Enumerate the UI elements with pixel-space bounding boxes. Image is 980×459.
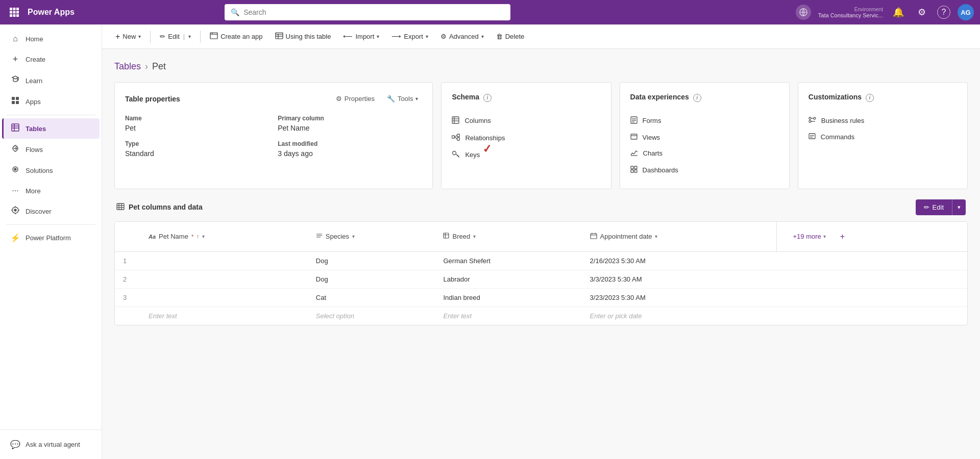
data-exp-views-link[interactable]: Views bbox=[630, 130, 779, 145]
environment-info[interactable]: Environment Tata Consultancy Servic... bbox=[818, 7, 883, 18]
sidebar-item-solutions[interactable]: Solutions bbox=[2, 160, 100, 181]
tools-button[interactable]: 🔧 Tools ▾ bbox=[383, 93, 422, 105]
environment-icon bbox=[796, 5, 811, 20]
row-number-1: 1 bbox=[115, 251, 140, 270]
schema-keys-link[interactable]: Keys ✓ bbox=[452, 146, 600, 163]
row-1-appointment-date: 2/16/2023 5:30 AM bbox=[582, 251, 776, 270]
prop-name: Name Pet bbox=[125, 115, 270, 132]
learn-icon bbox=[10, 75, 20, 86]
create-app-icon bbox=[210, 32, 218, 41]
add-column-button[interactable]: + bbox=[834, 227, 851, 246]
sidebar-item-more[interactable]: ··· More bbox=[2, 181, 100, 200]
create-app-button[interactable]: Create an app bbox=[205, 29, 267, 44]
schema-info-icon[interactable]: i bbox=[483, 94, 492, 102]
sidebar-item-power-platform[interactable]: ⚡ Power Platform bbox=[2, 228, 100, 248]
customizations-info-icon[interactable]: i bbox=[866, 94, 874, 102]
section-title: Pet columns and data bbox=[116, 203, 203, 212]
sidebar-item-home[interactable]: ⌂ Home bbox=[2, 29, 100, 48]
schema-columns-link[interactable]: Columns bbox=[452, 112, 600, 130]
waffle-menu-icon[interactable] bbox=[6, 4, 22, 20]
help-button[interactable]: ? bbox=[937, 6, 950, 19]
sidebar-item-discover[interactable]: Discover bbox=[2, 201, 100, 221]
advanced-button[interactable]: ⚙ Advanced ▾ bbox=[435, 30, 489, 43]
species-column-header[interactable]: Species ▾ bbox=[308, 222, 435, 252]
last-modified-value: 3 days ago bbox=[278, 149, 422, 158]
schema-title: Schema i bbox=[452, 93, 492, 102]
sidebar-item-create[interactable]: + Create bbox=[2, 49, 100, 70]
edit-button[interactable]: ✏ Edit | ▾ bbox=[155, 30, 196, 43]
prop-primary-column: Primary column Pet Name bbox=[278, 115, 422, 132]
search-bar[interactable]: 🔍 bbox=[225, 4, 510, 20]
environment-name: Tata Consultancy Servic... bbox=[818, 12, 883, 18]
sidebar-item-flows[interactable]: Flows bbox=[2, 139, 100, 160]
card-header-table-props: Table properties ⚙ Properties 🔧 Tools ▾ bbox=[125, 93, 422, 105]
svg-line-44 bbox=[457, 155, 458, 156]
settings-button[interactable]: ⚙ bbox=[914, 4, 930, 20]
pet-name-col-icon: Aa bbox=[149, 234, 156, 240]
data-exp-charts-link[interactable]: Charts bbox=[630, 145, 779, 162]
business-rules-icon bbox=[808, 116, 816, 125]
svg-rect-39 bbox=[452, 136, 455, 138]
row-2-appointment-date: 3/3/2023 5:30 AM bbox=[582, 270, 776, 288]
sidebar-label-more: More bbox=[26, 187, 41, 195]
new-row-species[interactable]: Select option bbox=[308, 307, 435, 325]
dashboards-icon bbox=[630, 166, 638, 174]
topbar-right: Environment Tata Consultancy Servic... 🔔… bbox=[796, 4, 974, 20]
customizations-business-rules-link[interactable]: Business rules bbox=[808, 112, 957, 129]
data-exp-info-icon[interactable]: i bbox=[693, 94, 701, 102]
new-chevron-icon: ▾ bbox=[138, 34, 141, 39]
user-avatar[interactable]: AG bbox=[958, 4, 974, 20]
sidebar-item-learn[interactable]: Learn bbox=[2, 70, 100, 91]
svg-point-60 bbox=[809, 120, 811, 122]
prop-type: Type Standard bbox=[125, 140, 270, 158]
delete-button[interactable]: 🗑 Delete bbox=[491, 30, 530, 43]
svg-rect-13 bbox=[16, 97, 19, 100]
export-button[interactable]: ⟶ Export ▾ bbox=[386, 30, 433, 43]
sidebar-label-flows: Flows bbox=[26, 146, 43, 154]
name-label: Name bbox=[125, 115, 270, 122]
data-edit-button[interactable]: ✏ Edit bbox=[916, 199, 952, 215]
notifications-button[interactable]: 🔔 bbox=[890, 4, 906, 20]
svg-rect-55 bbox=[631, 170, 633, 172]
data-experiences-card: Data experiences i Forms bbox=[620, 82, 790, 189]
new-row-breed[interactable]: Enter text bbox=[435, 307, 581, 325]
export-chevron-icon: ▾ bbox=[426, 34, 428, 39]
svg-rect-35 bbox=[452, 117, 459, 123]
svg-rect-2 bbox=[16, 8, 19, 10]
import-button[interactable]: ⟵ Import ▾ bbox=[338, 30, 384, 43]
new-row-pet-name[interactable]: Enter text bbox=[140, 307, 308, 325]
properties-button[interactable]: ⚙ Properties bbox=[332, 93, 379, 105]
sidebar-divider-2 bbox=[6, 224, 95, 225]
sidebar-item-virtual-agent[interactable]: 💬 Ask a virtual agent bbox=[2, 435, 100, 454]
new-row-date[interactable]: Enter or pick date bbox=[582, 307, 776, 325]
new-button[interactable]: + New ▾ bbox=[110, 29, 146, 44]
edit-dropdown-button[interactable]: ▾ bbox=[952, 199, 966, 215]
row-3-breed: Indian breed bbox=[435, 288, 581, 307]
customizations-commands-link[interactable]: Commands bbox=[808, 129, 957, 145]
appointment-date-column-header[interactable]: Appointment date ▾ bbox=[582, 222, 776, 252]
search-input[interactable] bbox=[243, 8, 504, 16]
sidebar-item-tables[interactable]: Tables bbox=[2, 118, 100, 139]
more-columns-button[interactable]: +19 more ▾ bbox=[785, 227, 834, 245]
data-exp-dashboards-link[interactable]: Dashboards bbox=[630, 162, 779, 178]
data-exp-forms-link[interactable]: Forms bbox=[630, 112, 779, 130]
species-col-icon bbox=[316, 233, 323, 240]
solutions-icon bbox=[10, 165, 20, 175]
table-props-grid: Name Pet Primary column Pet Name Type St… bbox=[125, 115, 422, 158]
using-this-table-button[interactable]: Using this table bbox=[270, 29, 336, 44]
breadcrumb-tables-link[interactable]: Tables bbox=[114, 61, 141, 72]
pet-name-column-header[interactable]: Aa Pet Name * ↑ ▾ bbox=[140, 222, 308, 252]
type-label: Type bbox=[125, 140, 270, 147]
date-filter-icon: ▾ bbox=[655, 234, 657, 239]
svg-rect-50 bbox=[631, 134, 637, 139]
svg-rect-12 bbox=[12, 97, 15, 100]
tools-chevron-icon: ▾ bbox=[415, 96, 418, 101]
row-3-extra bbox=[776, 288, 967, 307]
tools-icon: 🔧 bbox=[387, 95, 395, 103]
breed-column-header[interactable]: Breed ▾ bbox=[435, 222, 581, 252]
data-exp-title: Data experiences i bbox=[630, 93, 701, 102]
delete-icon: 🗑 bbox=[496, 33, 503, 40]
sidebar-item-apps[interactable]: Apps bbox=[2, 91, 100, 112]
schema-card-header: Schema i bbox=[452, 93, 600, 102]
schema-relationships-link[interactable]: Relationships bbox=[452, 130, 600, 146]
